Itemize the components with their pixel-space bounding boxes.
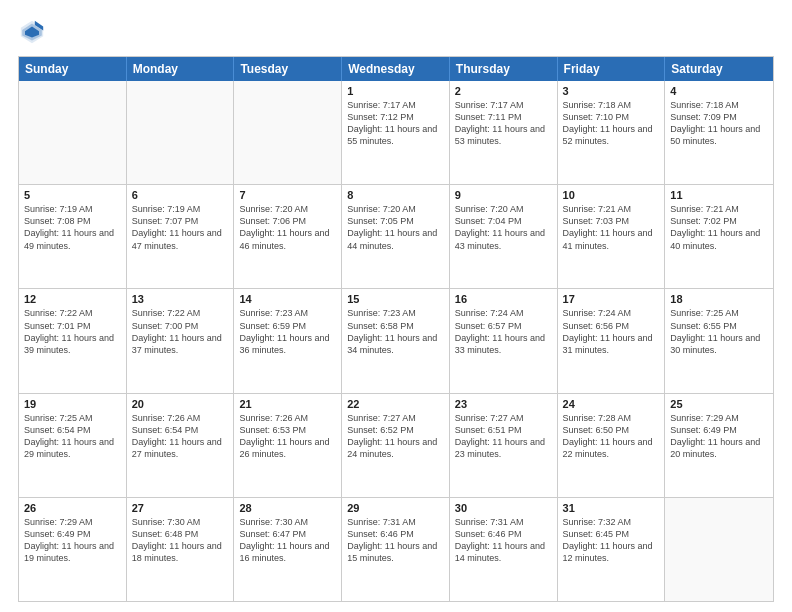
day-info: Sunrise: 7:18 AM Sunset: 7:10 PM Dayligh…	[563, 99, 660, 148]
empty-cell	[127, 81, 235, 184]
day-info: Sunrise: 7:18 AM Sunset: 7:09 PM Dayligh…	[670, 99, 768, 148]
day-info: Sunrise: 7:31 AM Sunset: 6:46 PM Dayligh…	[455, 516, 552, 565]
logo	[18, 18, 50, 46]
day-info: Sunrise: 7:20 AM Sunset: 7:06 PM Dayligh…	[239, 203, 336, 252]
day-cell-12: 12Sunrise: 7:22 AM Sunset: 7:01 PM Dayli…	[19, 289, 127, 392]
day-cell-13: 13Sunrise: 7:22 AM Sunset: 7:00 PM Dayli…	[127, 289, 235, 392]
day-number: 23	[455, 398, 552, 410]
day-number: 12	[24, 293, 121, 305]
day-info: Sunrise: 7:25 AM Sunset: 6:55 PM Dayligh…	[670, 307, 768, 356]
day-number: 29	[347, 502, 444, 514]
day-number: 1	[347, 85, 444, 97]
day-cell-6: 6Sunrise: 7:19 AM Sunset: 7:07 PM Daylig…	[127, 185, 235, 288]
header-day-wednesday: Wednesday	[342, 57, 450, 81]
day-number: 10	[563, 189, 660, 201]
day-cell-7: 7Sunrise: 7:20 AM Sunset: 7:06 PM Daylig…	[234, 185, 342, 288]
calendar-page: SundayMondayTuesdayWednesdayThursdayFrid…	[0, 0, 792, 612]
day-cell-27: 27Sunrise: 7:30 AM Sunset: 6:48 PM Dayli…	[127, 498, 235, 601]
day-info: Sunrise: 7:17 AM Sunset: 7:11 PM Dayligh…	[455, 99, 552, 148]
day-cell-16: 16Sunrise: 7:24 AM Sunset: 6:57 PM Dayli…	[450, 289, 558, 392]
day-number: 2	[455, 85, 552, 97]
day-number: 16	[455, 293, 552, 305]
day-info: Sunrise: 7:21 AM Sunset: 7:02 PM Dayligh…	[670, 203, 768, 252]
day-info: Sunrise: 7:22 AM Sunset: 7:00 PM Dayligh…	[132, 307, 229, 356]
day-cell-24: 24Sunrise: 7:28 AM Sunset: 6:50 PM Dayli…	[558, 394, 666, 497]
empty-cell	[665, 498, 773, 601]
day-cell-18: 18Sunrise: 7:25 AM Sunset: 6:55 PM Dayli…	[665, 289, 773, 392]
day-cell-25: 25Sunrise: 7:29 AM Sunset: 6:49 PM Dayli…	[665, 394, 773, 497]
day-number: 7	[239, 189, 336, 201]
day-info: Sunrise: 7:29 AM Sunset: 6:49 PM Dayligh…	[24, 516, 121, 565]
day-cell-22: 22Sunrise: 7:27 AM Sunset: 6:52 PM Dayli…	[342, 394, 450, 497]
day-cell-29: 29Sunrise: 7:31 AM Sunset: 6:46 PM Dayli…	[342, 498, 450, 601]
day-number: 20	[132, 398, 229, 410]
day-cell-1: 1Sunrise: 7:17 AM Sunset: 7:12 PM Daylig…	[342, 81, 450, 184]
header-day-tuesday: Tuesday	[234, 57, 342, 81]
day-number: 11	[670, 189, 768, 201]
header-day-sunday: Sunday	[19, 57, 127, 81]
day-cell-23: 23Sunrise: 7:27 AM Sunset: 6:51 PM Dayli…	[450, 394, 558, 497]
calendar-header: SundayMondayTuesdayWednesdayThursdayFrid…	[19, 57, 773, 81]
day-cell-2: 2Sunrise: 7:17 AM Sunset: 7:11 PM Daylig…	[450, 81, 558, 184]
day-info: Sunrise: 7:24 AM Sunset: 6:56 PM Dayligh…	[563, 307, 660, 356]
day-number: 8	[347, 189, 444, 201]
empty-cell	[19, 81, 127, 184]
day-info: Sunrise: 7:31 AM Sunset: 6:46 PM Dayligh…	[347, 516, 444, 565]
day-info: Sunrise: 7:26 AM Sunset: 6:54 PM Dayligh…	[132, 412, 229, 461]
logo-icon	[18, 18, 46, 46]
day-number: 4	[670, 85, 768, 97]
day-cell-31: 31Sunrise: 7:32 AM Sunset: 6:45 PM Dayli…	[558, 498, 666, 601]
day-number: 17	[563, 293, 660, 305]
header-day-monday: Monday	[127, 57, 235, 81]
day-cell-9: 9Sunrise: 7:20 AM Sunset: 7:04 PM Daylig…	[450, 185, 558, 288]
day-info: Sunrise: 7:19 AM Sunset: 7:07 PM Dayligh…	[132, 203, 229, 252]
day-info: Sunrise: 7:19 AM Sunset: 7:08 PM Dayligh…	[24, 203, 121, 252]
day-cell-28: 28Sunrise: 7:30 AM Sunset: 6:47 PM Dayli…	[234, 498, 342, 601]
day-info: Sunrise: 7:26 AM Sunset: 6:53 PM Dayligh…	[239, 412, 336, 461]
day-cell-20: 20Sunrise: 7:26 AM Sunset: 6:54 PM Dayli…	[127, 394, 235, 497]
day-info: Sunrise: 7:22 AM Sunset: 7:01 PM Dayligh…	[24, 307, 121, 356]
day-cell-19: 19Sunrise: 7:25 AM Sunset: 6:54 PM Dayli…	[19, 394, 127, 497]
day-number: 15	[347, 293, 444, 305]
day-info: Sunrise: 7:24 AM Sunset: 6:57 PM Dayligh…	[455, 307, 552, 356]
day-cell-3: 3Sunrise: 7:18 AM Sunset: 7:10 PM Daylig…	[558, 81, 666, 184]
day-cell-21: 21Sunrise: 7:26 AM Sunset: 6:53 PM Dayli…	[234, 394, 342, 497]
day-number: 3	[563, 85, 660, 97]
day-info: Sunrise: 7:23 AM Sunset: 6:59 PM Dayligh…	[239, 307, 336, 356]
day-cell-15: 15Sunrise: 7:23 AM Sunset: 6:58 PM Dayli…	[342, 289, 450, 392]
day-cell-30: 30Sunrise: 7:31 AM Sunset: 6:46 PM Dayli…	[450, 498, 558, 601]
day-cell-8: 8Sunrise: 7:20 AM Sunset: 7:05 PM Daylig…	[342, 185, 450, 288]
header	[18, 18, 774, 46]
empty-cell	[234, 81, 342, 184]
calendar-row-5: 26Sunrise: 7:29 AM Sunset: 6:49 PM Dayli…	[19, 498, 773, 601]
day-number: 18	[670, 293, 768, 305]
day-number: 27	[132, 502, 229, 514]
day-number: 24	[563, 398, 660, 410]
day-number: 19	[24, 398, 121, 410]
calendar-body: 1Sunrise: 7:17 AM Sunset: 7:12 PM Daylig…	[19, 81, 773, 601]
day-cell-11: 11Sunrise: 7:21 AM Sunset: 7:02 PM Dayli…	[665, 185, 773, 288]
day-cell-17: 17Sunrise: 7:24 AM Sunset: 6:56 PM Dayli…	[558, 289, 666, 392]
day-info: Sunrise: 7:21 AM Sunset: 7:03 PM Dayligh…	[563, 203, 660, 252]
day-info: Sunrise: 7:23 AM Sunset: 6:58 PM Dayligh…	[347, 307, 444, 356]
day-info: Sunrise: 7:20 AM Sunset: 7:04 PM Dayligh…	[455, 203, 552, 252]
day-cell-26: 26Sunrise: 7:29 AM Sunset: 6:49 PM Dayli…	[19, 498, 127, 601]
header-day-friday: Friday	[558, 57, 666, 81]
day-info: Sunrise: 7:25 AM Sunset: 6:54 PM Dayligh…	[24, 412, 121, 461]
day-info: Sunrise: 7:20 AM Sunset: 7:05 PM Dayligh…	[347, 203, 444, 252]
day-cell-14: 14Sunrise: 7:23 AM Sunset: 6:59 PM Dayli…	[234, 289, 342, 392]
day-info: Sunrise: 7:27 AM Sunset: 6:51 PM Dayligh…	[455, 412, 552, 461]
day-info: Sunrise: 7:29 AM Sunset: 6:49 PM Dayligh…	[670, 412, 768, 461]
day-number: 14	[239, 293, 336, 305]
day-cell-4: 4Sunrise: 7:18 AM Sunset: 7:09 PM Daylig…	[665, 81, 773, 184]
header-day-thursday: Thursday	[450, 57, 558, 81]
calendar: SundayMondayTuesdayWednesdayThursdayFrid…	[18, 56, 774, 602]
day-info: Sunrise: 7:28 AM Sunset: 6:50 PM Dayligh…	[563, 412, 660, 461]
day-number: 21	[239, 398, 336, 410]
calendar-row-2: 5Sunrise: 7:19 AM Sunset: 7:08 PM Daylig…	[19, 185, 773, 289]
day-number: 6	[132, 189, 229, 201]
day-number: 28	[239, 502, 336, 514]
day-number: 22	[347, 398, 444, 410]
day-info: Sunrise: 7:17 AM Sunset: 7:12 PM Dayligh…	[347, 99, 444, 148]
day-cell-5: 5Sunrise: 7:19 AM Sunset: 7:08 PM Daylig…	[19, 185, 127, 288]
